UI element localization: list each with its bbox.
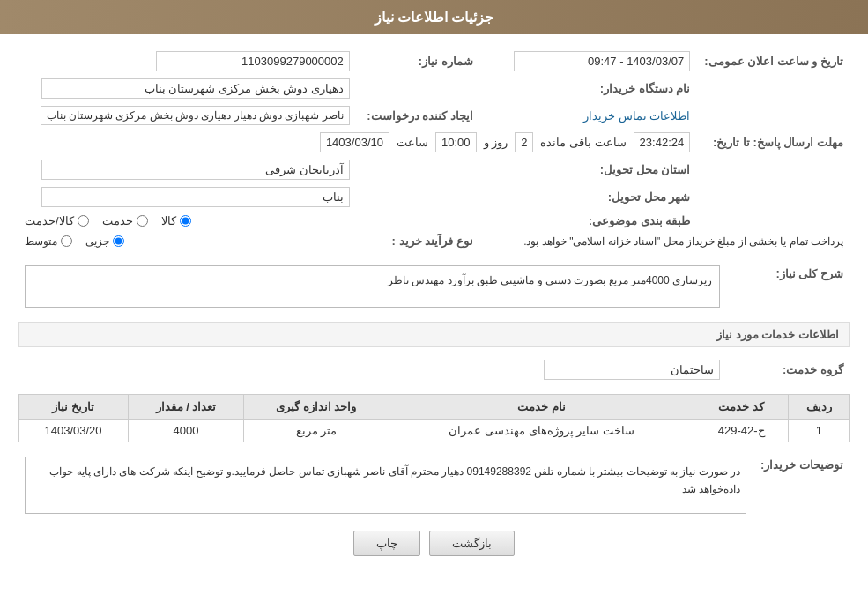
- remaining-label: ساعت باقی مانده: [540, 136, 626, 149]
- col-count: تعداد / مقدار: [129, 395, 244, 420]
- radio-khadamat[interactable]: خدمت: [102, 214, 148, 227]
- buttons-row: بازگشت چاپ: [18, 531, 850, 556]
- radio-kala-khadamat[interactable]: کالا/خدمت: [25, 214, 89, 227]
- deadline-label: مهلت ارسال پاسخ: تا تاریخ:: [697, 129, 850, 156]
- col-row: ردیف: [788, 395, 849, 420]
- table-row: 1ج-42-429ساخت سایر پروژه‌های مهندسی عمرا…: [19, 420, 850, 442]
- service-group-table: گروه خدمت: ساختمان: [18, 356, 850, 383]
- city-value: بناب: [41, 187, 350, 207]
- province-label: استان محل تحویل:: [357, 156, 697, 183]
- page-title: جزئیات اطلاعات نیاز: [375, 10, 494, 25]
- radio-motavaset-label: متوسط: [25, 235, 57, 248]
- radio-kala-label: کالا: [161, 214, 176, 227]
- radio-khadamat-label: خدمت: [102, 214, 133, 227]
- day-label: روز و: [484, 136, 508, 149]
- back-button[interactable]: بازگشت: [429, 531, 515, 556]
- service-group-label: گروه خدمت:: [727, 356, 850, 383]
- buyer-desc-value: در صورت نیاز به توضیحات بیشتر با شماره ت…: [25, 457, 746, 514]
- category-label: طبقه بندی موضوعی:: [357, 211, 697, 231]
- col-date: تاریخ نیاز: [19, 395, 129, 420]
- radio-motavaset[interactable]: متوسط: [25, 235, 72, 248]
- process-desc: پرداخت تمام یا بخشی از مبلغ خریداز محل "…: [523, 235, 843, 248]
- radio-motavaset-input[interactable]: [61, 235, 72, 247]
- cell-code: ج-42-429: [694, 420, 788, 442]
- radio-kala-khadamat-label: کالا/خدمت: [25, 214, 74, 227]
- time-label: ساعت: [397, 136, 428, 149]
- process-label: نوع فرآیند خرید :: [357, 231, 480, 251]
- page-header: جزئیات اطلاعات نیاز: [0, 0, 868, 34]
- radio-jozii-label: جزیی: [85, 235, 109, 248]
- services-section-label: اطلاعات خدمات مورد نیاز: [18, 322, 850, 347]
- description-value: زیرسازی 4000متر مربع بصورت دستی و ماشینی…: [25, 265, 720, 308]
- creator-link[interactable]: اطلاعات تماس خریدار: [583, 109, 690, 123]
- info-table: تاریخ و ساعت اعلان عمومی: 1403/03/07 - 0…: [18, 48, 850, 251]
- cell-name: ساخت سایر پروژه‌های مهندسی عمران: [389, 420, 694, 442]
- cell-row: 1: [788, 420, 849, 442]
- buyer-desc-label: توضیحات خریدار:: [753, 453, 850, 517]
- announce-date-value: 1403/03/07 - 09:47: [514, 51, 690, 71]
- col-name: نام خدمت: [389, 395, 694, 420]
- deadline-remaining: 23:42:24: [634, 132, 691, 152]
- deadline-days: 2: [515, 132, 533, 152]
- col-code: کد خدمت: [694, 395, 788, 420]
- buyer-org-label: نام دستگاه خریدار:: [357, 75, 697, 102]
- creator-label: ایجاد کننده درخواست:: [357, 102, 480, 129]
- radio-jozii-input[interactable]: [113, 235, 124, 247]
- services-table: ردیف کد خدمت نام خدمت واحد اندازه گیری ت…: [18, 394, 850, 442]
- deadline-time: 10:00: [435, 132, 477, 152]
- radio-kala-input[interactable]: [180, 215, 191, 227]
- cell-unit: متر مربع: [243, 420, 389, 442]
- col-unit: واحد اندازه گیری: [243, 395, 389, 420]
- radio-jozii[interactable]: جزیی: [85, 235, 124, 248]
- province-value: آذربایجان شرقی: [41, 160, 350, 180]
- deadline-date: 1403/03/10: [320, 132, 389, 152]
- service-group-value: ساختمان: [544, 360, 720, 380]
- cell-date: 1403/03/20: [19, 420, 129, 442]
- description-label: شرح کلی نیاز:: [727, 262, 850, 311]
- radio-kala-khadamat-input[interactable]: [78, 215, 89, 227]
- creator-value: ناصر شهبازی دوش دهیار دهیاری دوش بخش مرک…: [41, 106, 350, 125]
- buyer-org-value: دهیاری دوش بخش مرکزی شهرستان بناب: [41, 78, 350, 99]
- radio-kala[interactable]: کالا: [161, 214, 191, 227]
- buyer-desc-table: توضیحات خریدار: در صورت نیاز به توضیحات …: [18, 453, 850, 517]
- cell-count: 4000: [129, 420, 244, 442]
- print-button[interactable]: چاپ: [353, 531, 420, 556]
- description-table: شرح کلی نیاز: زیرسازی 4000متر مربع بصورت…: [18, 262, 850, 311]
- need-number-label: شماره نیاز:: [357, 48, 480, 75]
- need-number-value: 1103099279000002: [156, 51, 350, 71]
- announce-date-label: تاریخ و ساعت اعلان عمومی:: [697, 48, 850, 75]
- radio-khadamat-input[interactable]: [137, 215, 148, 227]
- city-label: شهر محل تحویل:: [357, 183, 697, 211]
